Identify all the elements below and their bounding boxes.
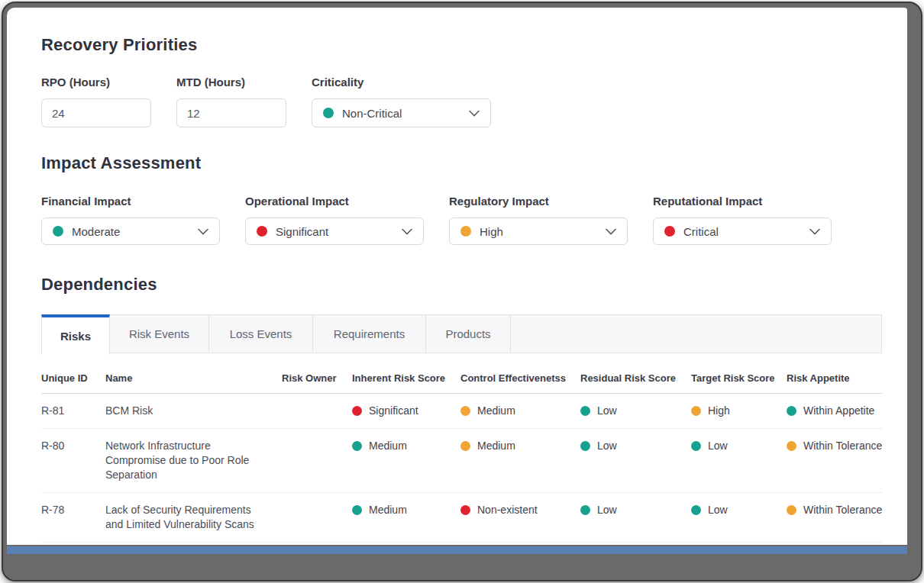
score-label: Within Tolerance (803, 503, 882, 517)
unique-id-cell: R-80 (41, 429, 105, 492)
financial-impact-value: Moderate (72, 225, 120, 238)
score-dot (460, 441, 470, 451)
score-label: Low (708, 503, 728, 517)
tab-products[interactable]: Products (426, 315, 511, 353)
risks-table-header: Unique ID Name Risk Owner Inherent Risk … (41, 372, 882, 394)
score-label: Medium (369, 439, 407, 453)
recovery-priorities-title: Recovery Priorities (41, 35, 882, 55)
score-label: Low (708, 439, 728, 453)
reputational-impact-select[interactable]: Critical (653, 217, 832, 245)
chevron-down-icon (402, 228, 412, 235)
bottom-accent-bar (7, 546, 907, 554)
tab-requirements[interactable]: Requirements (313, 315, 426, 353)
operational-impact-select[interactable]: Significant (245, 217, 424, 245)
rpo-field: RPO (Hours) (41, 76, 151, 127)
score-dot (352, 441, 362, 451)
operational-impact-value: Significant (276, 225, 328, 238)
score-dot (580, 505, 590, 515)
criticality-field: Criticality Non-Critical (312, 76, 491, 127)
score-label: Low (597, 404, 617, 418)
inherent-risk-score-cell: Significant (352, 394, 460, 428)
control-effectiveness-cell: Non-existent (460, 493, 580, 542)
risk-name-cell: Network Infrastructure Compromise due to… (105, 429, 282, 492)
mtd-input[interactable] (176, 98, 286, 127)
score-label: High (708, 404, 730, 418)
target-risk-score-cell: Low (691, 493, 787, 542)
score-label: Significant (369, 404, 418, 418)
score-label: Low (597, 503, 617, 517)
reputational-impact-value: Critical (683, 225, 719, 238)
recovery-fields-row: RPO (Hours) MTD (Hours) Criticality Non-… (41, 76, 882, 127)
col-unique-id: Unique ID (41, 372, 105, 393)
impact-fields-row: Financial Impact Moderate Operational Im… (41, 195, 882, 245)
risk-owner-cell (282, 429, 352, 492)
col-residual-risk-score: Residual Risk Score (580, 372, 691, 393)
tab-loss-events[interactable]: Loss Events (209, 315, 313, 353)
rpo-input[interactable] (41, 98, 151, 127)
residual-risk-score-cell: Low (580, 429, 691, 492)
target-risk-score-cell: Low (691, 429, 787, 492)
residual-risk-score-cell: Low (580, 493, 691, 542)
app-window: Recovery Priorities RPO (Hours) MTD (Hou… (2, 2, 922, 581)
risk-owner-cell (282, 493, 352, 542)
chevron-down-icon (606, 228, 616, 235)
operational-impact-field: Operational Impact Significant (245, 195, 424, 245)
status-dot (257, 226, 267, 237)
chevron-down-icon (469, 110, 480, 117)
financial-impact-label: Financial Impact (41, 195, 220, 208)
risk-appetite-cell: Within Appetite (787, 394, 882, 428)
risk-name-cell: Lack of Security Requirements and Limite… (105, 493, 282, 542)
score-label: Within Appetite (803, 404, 874, 418)
control-effectiveness-cell: Medium (460, 429, 580, 492)
col-risk-owner: Risk Owner (282, 372, 352, 393)
mtd-field: MTD (Hours) (176, 76, 286, 127)
col-inherent-risk-score: Inherent Risk Score (352, 372, 460, 393)
score-dot (691, 505, 701, 515)
score-dot (460, 505, 470, 515)
score-dot (691, 406, 701, 416)
rpo-label: RPO (Hours) (41, 76, 151, 89)
col-risk-appetite: Risk Appetite (787, 372, 882, 393)
page-content: Recovery Priorities RPO (Hours) MTD (Hou… (7, 8, 907, 545)
tab-risk-events[interactable]: Risk Events (110, 315, 209, 353)
score-dot (787, 441, 796, 451)
financial-impact-select[interactable]: Moderate (41, 217, 220, 245)
criticality-value: Non-Critical (342, 107, 402, 120)
chevron-down-icon (198, 228, 208, 235)
risk-owner-cell (282, 394, 352, 428)
dependencies-title: Dependencies (41, 275, 882, 295)
table-row[interactable]: R-80 Network Infrastructure Compromise d… (41, 429, 882, 493)
score-dot (580, 441, 590, 451)
score-dot (580, 406, 590, 416)
status-dot (323, 108, 334, 118)
criticality-select[interactable]: Non-Critical (312, 98, 491, 127)
inherent-risk-score-cell: Medium (352, 429, 460, 492)
score-label: Low (597, 439, 617, 453)
impact-assessment-title: Impact Assessment (41, 153, 882, 173)
score-dot (460, 406, 470, 416)
chevron-down-icon (809, 228, 820, 235)
regulatory-impact-label: Regulatory Impact (449, 195, 628, 208)
score-label: Medium (477, 404, 515, 418)
reputational-impact-label: Reputational Impact (653, 195, 832, 208)
financial-impact-field: Financial Impact Moderate (41, 195, 220, 245)
tab-risks[interactable]: Risks (41, 314, 110, 355)
col-target-risk-score: Target Risk Score (691, 372, 787, 393)
risk-appetite-cell: Within Tolerance (787, 493, 882, 542)
tab-bar-filler (511, 315, 881, 353)
col-name: Name (105, 372, 282, 393)
regulatory-impact-field: Regulatory Impact High (449, 195, 628, 245)
regulatory-impact-select[interactable]: High (449, 217, 628, 245)
operational-impact-label: Operational Impact (245, 195, 424, 208)
status-dot (664, 226, 675, 237)
unique-id-cell: R-81 (41, 394, 105, 428)
risk-appetite-cell: Within Tolerance (787, 429, 882, 492)
dependencies-tab-bar: Risks Risk Events Loss Events Requiremen… (41, 314, 882, 353)
table-row[interactable]: R-78 Lack of Security Requirements and L… (41, 493, 882, 543)
col-control-effectiveness: Control Effectivenetss (460, 372, 580, 393)
table-row[interactable]: R-81 BCM Risk Significant Medium Low (41, 394, 882, 429)
status-dot (460, 226, 471, 237)
residual-risk-score-cell: Low (580, 394, 691, 428)
unique-id-cell: R-78 (41, 493, 105, 542)
score-dot (787, 406, 796, 416)
